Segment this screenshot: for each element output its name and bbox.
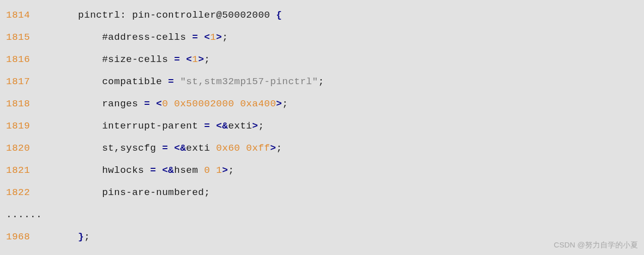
angle-open: < bbox=[186, 54, 192, 65]
code-text: hwlocks bbox=[30, 165, 150, 176]
equals-op: = bbox=[168, 76, 174, 87]
angle-close: > bbox=[198, 54, 204, 65]
code-text: compatible bbox=[30, 76, 168, 87]
code-line: 1817 compatible = "st,stm32mp157-pinctrl… bbox=[6, 71, 638, 93]
code-text: interrupt-parent bbox=[30, 120, 204, 132]
equals-op: = bbox=[204, 120, 210, 132]
semicolon: ; bbox=[258, 120, 264, 132]
line-number: 1817 bbox=[6, 76, 30, 87]
angle-close: > bbox=[270, 143, 276, 154]
code-line: 1820 st,syscfg = <&exti 0x60 0xff>; bbox=[6, 137, 638, 159]
code-text: #address-cells bbox=[30, 32, 192, 43]
code-line: 1816 #size-cells = <1>; bbox=[6, 48, 638, 71]
angle-close: > bbox=[276, 98, 282, 109]
semicolon: ; bbox=[282, 98, 288, 109]
watermark-text: CSDN @努力自学的小夏 bbox=[554, 240, 638, 250]
code-text bbox=[156, 165, 162, 176]
code-line: 1822 pins-are-numbered; bbox=[6, 181, 638, 204]
code-line: 1814 pinctrl: pin-controller@50002000 { bbox=[6, 4, 638, 26]
code-text bbox=[168, 143, 174, 154]
code-text: #size-cells bbox=[30, 54, 174, 65]
brace-close: } bbox=[78, 231, 84, 242]
equals-op: = bbox=[162, 143, 168, 154]
equals-op: = bbox=[174, 54, 180, 65]
semicolon: ; bbox=[276, 143, 282, 154]
number-literal: 0 0x50002000 0xa400 bbox=[162, 98, 276, 109]
semicolon: ; bbox=[222, 32, 228, 43]
semicolon: ; bbox=[228, 165, 234, 176]
code-text bbox=[198, 32, 204, 43]
code-text bbox=[174, 76, 180, 87]
line-number: 1815 bbox=[6, 32, 30, 43]
code-block: 1814 pinctrl: pin-controller@50002000 { … bbox=[6, 4, 638, 248]
number-literal: 1 bbox=[210, 32, 216, 43]
angle-close: > bbox=[252, 120, 258, 132]
brace-open: { bbox=[276, 10, 282, 21]
equals-op: = bbox=[192, 32, 198, 43]
semicolon: ; bbox=[84, 231, 90, 242]
number-literal: 1 bbox=[192, 54, 198, 65]
angle-open: < bbox=[204, 32, 210, 43]
line-number: 1822 bbox=[6, 187, 30, 198]
angle-open: < bbox=[156, 98, 162, 109]
equals-op: = bbox=[150, 165, 156, 176]
equals-op: = bbox=[144, 98, 150, 109]
semicolon: ; bbox=[318, 76, 324, 87]
code-line: 1819 interrupt-parent = <&exti>; bbox=[6, 115, 638, 137]
code-text: st,syscfg bbox=[30, 143, 162, 154]
code-text bbox=[210, 120, 216, 132]
ref-name: exti bbox=[228, 120, 252, 132]
ellipsis: ...... bbox=[6, 209, 42, 220]
code-line: 1968 }; bbox=[6, 226, 638, 248]
angle-amp: <& bbox=[174, 143, 186, 154]
line-number: 1814 bbox=[6, 10, 30, 21]
angle-close: > bbox=[222, 165, 228, 176]
ref-name: hsem bbox=[174, 165, 204, 176]
line-number: 1968 bbox=[6, 231, 30, 242]
code-text: pins-are-numbered; bbox=[30, 187, 210, 198]
angle-amp: <& bbox=[216, 120, 228, 132]
code-text bbox=[30, 231, 78, 242]
string-literal: "st,stm32mp157-pinctrl" bbox=[180, 76, 318, 87]
ellipsis-line: ...... bbox=[6, 204, 638, 226]
code-line: 1815 #address-cells = <1>; bbox=[6, 26, 638, 48]
code-text: pinctrl: pin-controller@50002000 bbox=[30, 10, 276, 21]
line-number: 1821 bbox=[6, 165, 30, 176]
code-text bbox=[150, 98, 156, 109]
line-number: 1819 bbox=[6, 120, 30, 132]
line-number: 1816 bbox=[6, 54, 30, 65]
code-text: ranges bbox=[30, 98, 144, 109]
number-literal: 0 1 bbox=[204, 165, 222, 176]
code-line: 1818 ranges = <0 0x50002000 0xa400>; bbox=[6, 93, 638, 115]
ref-name: exti bbox=[186, 143, 216, 154]
code-text bbox=[180, 54, 186, 65]
angle-amp: <& bbox=[162, 165, 174, 176]
line-number: 1820 bbox=[6, 143, 30, 154]
number-literal: 0x60 0xff bbox=[216, 143, 270, 154]
code-line: 1821 hwlocks = <&hsem 0 1>; bbox=[6, 159, 638, 181]
semicolon: ; bbox=[204, 54, 210, 65]
angle-close: > bbox=[216, 32, 222, 43]
line-number: 1818 bbox=[6, 98, 30, 109]
